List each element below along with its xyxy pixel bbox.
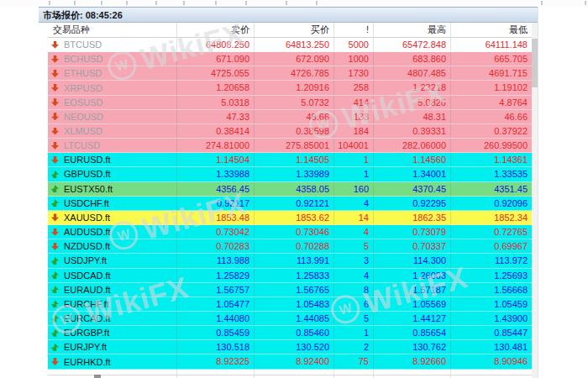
cell-low: 1.33535: [451, 167, 533, 181]
cell-excl: 1730: [334, 66, 374, 80]
column-header-high[interactable]: 最高: [374, 23, 451, 37]
cell-ask: 1.25833: [255, 269, 334, 282]
cell-bid: 8.92325: [177, 354, 255, 368]
cell-symbol: EURCHF.ft: [48, 297, 177, 311]
symbol-label: EUSTX50.ft: [64, 184, 113, 194]
cell-symbol: EURCAD.ft: [48, 312, 177, 325]
table-body: BTCUSD64808.25064813.250500065472.848641…: [48, 38, 533, 370]
symbol-label: LTCUSD: [64, 140, 100, 150]
cell-excl: 1: [334, 153, 374, 166]
arrow-down-icon: [51, 98, 59, 106]
column-header-bid[interactable]: 卖价: [177, 23, 255, 37]
cell-bid: 64808.250: [177, 38, 255, 51]
market-watch-panel: 市场报价: 08:45:26 交易品种卖价买价!最高最低 BTCUSD64808…: [39, 7, 538, 378]
table-row[interactable]: XLMUSD0.384140.385981840.393310.37922: [48, 124, 533, 139]
arrow-down-icon: [51, 84, 59, 92]
arrow-down-icon: [51, 113, 59, 120]
cell-high: 1.34001: [374, 167, 451, 181]
table-row[interactable]: EURAUD.ft1.567571.5676581.571871.56668: [48, 283, 533, 297]
table-row[interactable]: XAUUSD.ft1853.481853.62141862.351852.34: [48, 211, 533, 225]
cell-symbol: GBPUSD.ft: [48, 167, 177, 181]
cell-bid: 0.85459: [177, 326, 255, 339]
cell-ask: 0.85460: [255, 326, 334, 339]
vertical-scrollbar[interactable]: [532, 23, 538, 378]
cell-high: 0.92295: [374, 197, 451, 210]
cell-ask: 0.70288: [255, 239, 334, 253]
table-row[interactable]: USDCAD.ft1.258291.2583341.260031.25693: [48, 269, 533, 283]
cell-excl: 5: [334, 239, 374, 253]
cell-high: 0.73079: [374, 225, 451, 239]
table-row[interactable]: EURJPY.ft130.518130.5202130.762130.481: [48, 340, 533, 354]
cell-low: 4.8764: [451, 96, 533, 109]
cell-low: 1852.34: [451, 211, 533, 224]
cell-excl: 3: [334, 254, 374, 267]
table-row[interactable]: NEOUSD47.3348.6613348.3146.66: [48, 110, 533, 124]
arrow-up-icon: [51, 329, 59, 337]
arrow-down-icon: [51, 55, 59, 63]
cell-low: 0.69967: [451, 239, 533, 253]
cell-bid: 4356.45: [177, 182, 255, 196]
table-row[interactable]: NZDUSD.ft0.702830.7028850.703370.69967: [48, 239, 533, 254]
column-header-excl[interactable]: !: [334, 23, 374, 37]
symbol-label: EURAUD.ft: [64, 285, 111, 295]
cell-high: 8.92660: [374, 354, 451, 368]
cell-bid: 1.05477: [177, 297, 255, 311]
symbol-label: ETHUSD: [64, 68, 102, 78]
column-header-low[interactable]: 最低: [451, 23, 533, 37]
cell-symbol: AUDUSD.ft: [48, 225, 177, 239]
cell-symbol: BCHUSD: [48, 52, 177, 66]
cell-high: 1862.35: [374, 211, 451, 224]
table-row[interactable]: XRPUSD1.206581.209162581.232181.19102: [48, 81, 533, 95]
symbol-label: EURCHF.ft: [64, 299, 109, 309]
cell-ask: 1.14505: [255, 153, 334, 166]
quotes-table: 交易品种卖价买价!最高最低 BTCUSD64808.25064813.25050…: [48, 23, 533, 378]
cell-symbol: EURHKD.ft: [48, 354, 177, 368]
cell-symbol: USDJPY.ft: [48, 254, 177, 267]
table-row[interactable]: USDCHF.ft0.921170.9212140.922950.92096: [48, 197, 533, 211]
table-row[interactable]: EURGBP.ft0.854590.8546010.856540.85447: [48, 326, 533, 340]
cell-ask: 0.38598: [255, 124, 334, 138]
arrow-down-icon: [51, 41, 59, 49]
symbol-label: BCHUSD: [64, 54, 102, 64]
cell-bid: 1.14504: [177, 153, 255, 166]
cell-bid: 0.70283: [177, 239, 255, 253]
table-row[interactable]: AUDUSD.ft0.730420.7304640.730790.72765: [48, 225, 533, 239]
table-row[interactable]: EUSTX50.ft4356.454358.051604370.454351.4…: [48, 182, 533, 197]
cell-excl: 75: [334, 354, 374, 368]
cell-low: 1.19102: [451, 81, 533, 94]
table-row[interactable]: BTCUSD64808.25064813.250500065472.848641…: [48, 38, 533, 52]
scrollbar-thumb[interactable]: [532, 39, 538, 87]
arrow-up-icon: [51, 271, 59, 279]
arrow-down-icon: [51, 156, 59, 164]
table-row[interactable]: USDJPY.ft113.988113.9913114.300113.972: [48, 254, 533, 268]
cell-excl: 6: [334, 297, 374, 311]
table-row[interactable]: EOSUSD5.03185.07324145.08264.8764: [48, 96, 533, 110]
cell-ask: 0.92121: [255, 197, 334, 210]
table-row[interactable]: EURUSD.ft1.145041.1450511.145601.14361: [48, 153, 533, 167]
table-row[interactable]: EURHKD.ft8.923258.92400758.926608.90946: [48, 354, 533, 369]
cell-ask: 1853.62: [255, 211, 334, 224]
cell-symbol: ETHUSD: [48, 66, 177, 80]
cell-bid: 1.33988: [177, 167, 255, 181]
symbol-label: AUDUSD.ft: [64, 227, 111, 237]
table-row[interactable]: LTCUSD274.81000275.85001104001282.060002…: [48, 139, 533, 153]
cell-low: 130.481: [451, 340, 533, 354]
table-row[interactable]: BCHUSD671.090672.0901000683.860665.705: [48, 52, 533, 66]
column-header-ask[interactable]: 买价: [255, 23, 334, 37]
symbol-label: EURUSD.ft: [64, 155, 111, 165]
symbol-label: GBPUSD.ft: [64, 169, 111, 179]
table-row[interactable]: EURCAD.ft1.440801.4408551.441271.43900: [48, 312, 533, 326]
cell-ask: 1.20916: [255, 81, 334, 94]
column-header-symbol[interactable]: 交易品种: [48, 23, 177, 37]
cell-ask: 1.56765: [255, 283, 334, 297]
cell-high: 1.05569: [374, 297, 451, 311]
market-watch-titlebar[interactable]: 市场报价: 08:45:26: [39, 7, 538, 23]
table-row[interactable]: GBPUSD.ft1.339881.3398911.340011.33535: [48, 167, 533, 181]
cell-bid: 0.73042: [177, 225, 255, 239]
cell-symbol: BTCUSD: [48, 38, 177, 51]
cell-excl: 4: [334, 225, 374, 239]
cell-low: 64111.148: [451, 38, 533, 51]
symbol-label: USDCHF.ft: [64, 198, 109, 208]
table-row[interactable]: EURCHF.ft1.054771.0548361.055691.05459: [48, 297, 533, 312]
table-row[interactable]: ETHUSD4725.0554726.78517304807.4854691.7…: [48, 66, 533, 81]
